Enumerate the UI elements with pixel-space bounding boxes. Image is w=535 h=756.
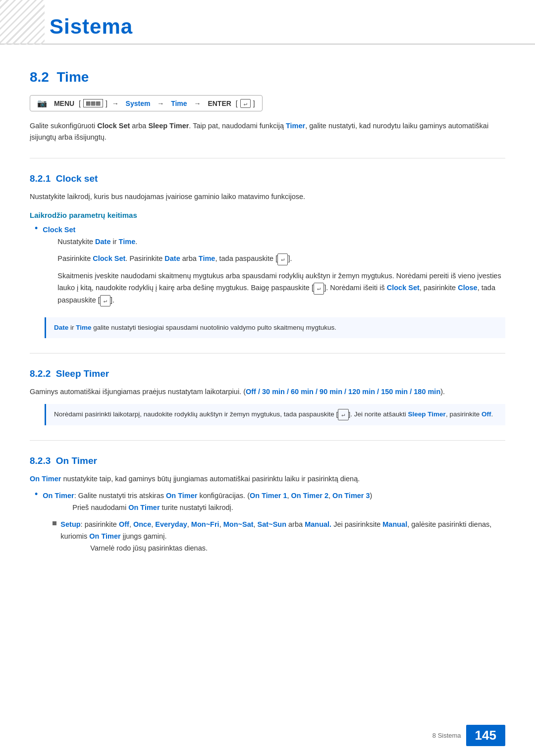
clockset-line1: Nustatykite Date ir Time. [57,236,505,248]
page-wrapper: Sistema 8.2 Time 📷 MENU [▩▩▩] → System →… [0,0,535,756]
content-area: 8.2 Time 📷 MENU [▩▩▩] → System → Time → … [0,45,535,607]
setup-off: Off [119,520,129,528]
arrow1: → [112,100,119,107]
sleep-timer-off: Off [482,410,491,418]
subsection-823-title: 8.2.3 On Timer [30,455,505,466]
setup-label: Setup [60,520,80,528]
enter-label: ENTER [208,100,231,107]
arrow3: → [194,100,201,107]
time-label: Time [171,100,187,107]
subsection-823-intro: On Timer nustatykite taip, kad gaminys b… [30,473,505,485]
ontimer-prereq-ref: On Timer [128,504,160,511]
bullet-dot-1: • [35,223,38,234]
setup-once: Once [133,520,151,528]
subsection-821-title: 8.2.1 Clock set [30,173,505,184]
setup-everyday: Everyday [155,520,187,528]
subsection-821-desc: Nustatykite laikrodį, kuris bus naudojam… [30,191,505,203]
menu-box-icon: ▩▩▩ [83,99,103,107]
setup-manual: Manual. [305,520,331,528]
ontimer-prereq: Prieš naudodami On Timer turite nustatyt… [72,502,505,514]
square-bullet-icon [53,521,56,525]
note-box-2: Norėdami pasirinkti laikotarpį, naudokit… [45,404,505,425]
page-footer: 8 Sistema 145 [432,725,505,746]
setup-manual2: Manual [382,520,407,528]
enter-btn-icon: ↵ [240,99,251,108]
section-82-title: 8.2 Time [30,69,505,85]
ontimer2: On Timer 2 [291,492,328,500]
remote-icon: 📷 [37,99,47,108]
setup-ontimer-ref: On Timer [89,532,120,540]
setup-satsum: Sat~Sun [258,520,286,528]
ontimer1: On Timer 1 [250,492,287,500]
clockset-label: Clock Set [43,226,75,234]
enter-btn-4: ↵ [100,295,110,307]
header-area: Sistema [0,0,535,45]
setup-bullet-content: Setup: pasirinkite Off, Once, Everyday, … [60,519,505,559]
ontimer-ref: On Timer [166,492,197,500]
footer-section-label: 8 Sistema [432,732,461,739]
setup-monsat: Mon~Sat [223,520,254,528]
section-823: 8.2.3 On Timer On Timer nustatykite taip… [30,455,505,563]
clock-params-title: Laikrodžio parametrų keitimas [30,211,505,219]
enter-btn-2: ↵ [277,253,288,265]
footer-page-number: 145 [466,725,505,746]
setup-text: Setup: pasirinkite Off, Once, Everyday, … [60,520,491,540]
bullet-clockset: • Clock Set Nustatykite Date ir Time. Pa… [30,224,505,311]
divider-1 [30,158,505,158]
intro-text: Galite sukonfigūruoti Clock Set arba Sle… [30,120,505,143]
ontimer3: On Timer 3 [332,492,370,500]
note-time: Time [76,324,91,331]
note-box-1: Date ir Time galite nustatyti tiesiogiai… [45,317,505,338]
section-821: 8.2.1 Clock set Nustatykite laikrodį, ku… [30,173,505,338]
sleep-timer-options: Off / 30 min / 60 min / 90 min / 120 min… [246,388,440,396]
note-date: Date [54,324,68,331]
setup-bullet-row: Setup: pasirinkite Off, Once, Everyday, … [43,519,505,559]
arrow2: → [157,100,164,107]
page-title: Sistema [50,15,505,39]
bullet-clockset-content: Clock Set Nustatykite Date ir Time. Pasi… [43,224,505,311]
enter-btn-3: ↵ [314,283,324,295]
section-822: 8.2.2 Sleep Timer Gaminys automatiškai i… [30,368,505,425]
sleep-timer-note: Sleep Timer [408,410,446,418]
top-stripe-decoration [0,0,45,45]
subsection-822-desc: Gaminys automatiškai išjungiamas praėjus… [30,386,505,398]
bullet-ontimer: • On Timer: Galite nustatyti tris atskir… [30,490,505,563]
subsection-822-title: 8.2.2 Sleep Timer [30,368,505,379]
bullet-dot-2: • [35,489,38,500]
clockset-line3: Skaitmenis įveskite naudodami skaitmenų … [57,270,505,307]
setup-monfri: Mon~Fri [191,520,219,528]
menu-path-box: 📷 MENU [▩▩▩] → System → Time → ENTER [↵] [30,95,263,111]
divider-2 [30,353,505,353]
clockset-line2: Pasirinkite Clock Set. Pasirinkite Date … [57,253,505,265]
enter-btn-5: ↵ [338,409,348,420]
ontimer-label-intro: On Timer [30,475,61,483]
divider-3 [30,440,505,441]
ontimer-indented: Prieš naudodami On Timer turite nustatyt… [72,502,505,514]
setup-note: Varnelė rodo jūsų pasirinktas dienas. [90,543,505,554]
setup-note-block: Varnelė rodo jūsų pasirinktas dienas. [90,543,505,554]
menu-label: MENU [54,100,74,107]
ontimer-bullet-label: On Timer [43,492,74,500]
section-82: 8.2 Time 📷 MENU [▩▩▩] → System → Time → … [30,69,505,563]
bullet-ontimer-content: On Timer: Galite nustatyti tris atskiras… [43,490,505,563]
system-label: System [126,100,151,107]
clockset-indented: Nustatykite Date ir Time. Pasirinkite Cl… [57,236,505,306]
